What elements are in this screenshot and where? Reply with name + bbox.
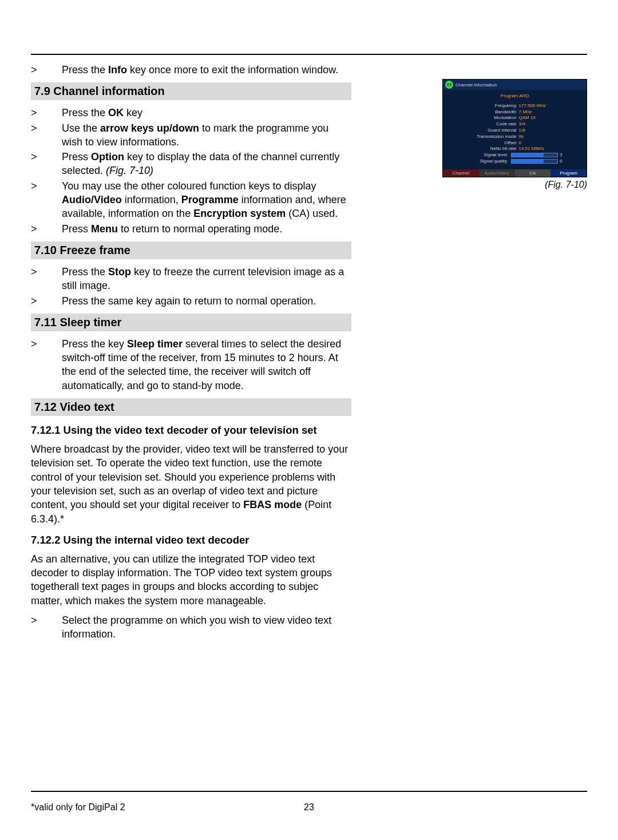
heading-7-11: 7.11 Sleep timer <box>31 314 351 331</box>
subheading-7-12-2: 7.12.2 Using the internal video text dec… <box>31 534 351 546</box>
bullet-text: Press the Info key once more to exit the… <box>62 63 351 77</box>
bar-icon <box>511 159 558 164</box>
list-item: > Select the programme on which you wish… <box>31 613 351 641</box>
list-item: > Use the arrow keys up/down to mark the… <box>31 121 351 149</box>
footer: *valid only for DigiPal 2 23 <box>31 802 587 813</box>
paragraph: As an alternative, you can utilize the i… <box>31 552 351 608</box>
page-number: 23 <box>304 802 314 813</box>
figure-title: Channel Information <box>455 82 497 88</box>
heading-7-12: 7.12 Video text <box>31 398 351 416</box>
bottom-rule <box>31 791 587 792</box>
logo-icon: TT <box>445 81 453 89</box>
heading-7-9: 7.9 Channel information <box>31 82 351 100</box>
list-item: > Press Option key to display the data o… <box>31 150 351 178</box>
paragraph: Where broadcast by the provider, video t… <box>31 442 351 526</box>
figure-title-bar: TT Channel Information <box>443 80 587 90</box>
tab-audiovideo: Audio/Video <box>479 169 515 177</box>
list-item: > Press the Stop key to freeze the curre… <box>31 265 351 293</box>
footnote: *valid only for DigiPal 2 <box>31 802 125 812</box>
main-column: > Press the Info key once more to exit t… <box>31 60 351 645</box>
bar-icon <box>511 153 558 157</box>
top-rule <box>31 54 587 55</box>
subheading-7-12-1: 7.12.1 Using the video text decoder of y… <box>31 424 351 437</box>
page: > Press the Info key once more to exit t… <box>0 0 618 840</box>
list-item: > You may use the other coloured functio… <box>31 179 351 221</box>
list-item: > Press the Info key once more to exit t… <box>31 63 351 77</box>
bullet-mark: > <box>31 63 62 77</box>
heading-7-10: 7.10 Freeze frame <box>31 241 351 259</box>
tab-program: Program <box>550 169 587 177</box>
list-item: > Press the same key again to return to … <box>31 294 351 308</box>
side-column: TT Channel Information Program ARD Frequ… <box>351 60 587 192</box>
program-row: Program ARD <box>449 93 581 100</box>
figure-tabs: Channel Audio/Video CA Program <box>443 169 587 177</box>
signal-level-row: Signal level 3 <box>449 152 581 159</box>
figure-caption: (Fig. 7-10) <box>442 180 587 190</box>
list-item: > Press the OK key <box>31 106 351 120</box>
list-item: > Press Menu to return to normal operati… <box>31 222 351 236</box>
tab-channel: Channel <box>443 169 479 177</box>
signal-quality-row: Signal quality 0 <box>449 159 581 165</box>
figure-channel-info: TT Channel Information Program ARD Frequ… <box>442 79 587 190</box>
list-item: > Press the key Sleep timer several time… <box>31 337 351 393</box>
tab-ca: CA <box>515 169 551 177</box>
